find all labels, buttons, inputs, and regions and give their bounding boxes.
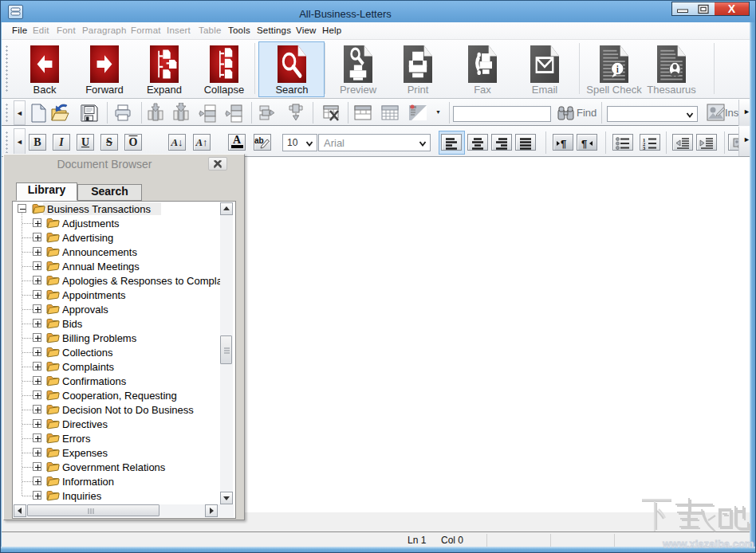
svg-text:¶: ¶: [561, 138, 566, 150]
svg-text:ab: ab: [254, 136, 264, 145]
svg-text:3: 3: [643, 145, 646, 150]
svg-text:i: i: [616, 63, 619, 73]
svg-text:¶: ¶: [581, 138, 587, 150]
